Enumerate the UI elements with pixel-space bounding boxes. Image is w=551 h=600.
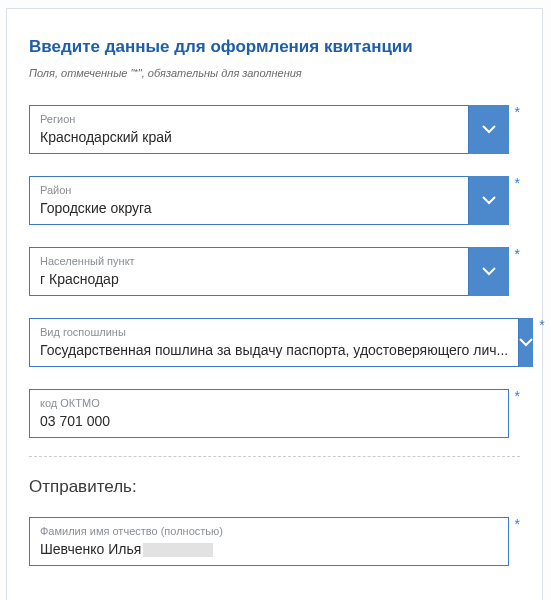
district-value: Городские округа [40,200,458,216]
locality-label: Населенный пункт [40,255,458,267]
required-mark: * [539,318,544,367]
oktmo-value: 03 701 000 [40,413,498,429]
form-title: Введите данные для оформления квитанции [29,37,520,57]
chevron-down-icon [482,196,496,205]
fullname-label: Фамилия имя отчество (полностью) [40,525,498,537]
oktmo-field[interactable]: код ОКТМО 03 701 000 * [29,389,520,438]
locality-box[interactable]: Населенный пункт г Краснодар [29,247,469,296]
duty-type-value: Государственная пошлина за выдачу паспор… [40,342,508,358]
chevron-down-icon [519,338,533,347]
district-label: Район [40,184,458,196]
duty-type-box[interactable]: Вид госпошлины Государственная пошлина з… [29,318,519,367]
required-note: Поля, отмеченные "*", обязательны для за… [29,67,520,79]
receipt-form-panel: Введите данные для оформления квитанции … [6,8,543,600]
redacted-text [143,543,213,557]
required-mark: * [515,247,520,296]
oktmo-box[interactable]: код ОКТМО 03 701 000 [29,389,509,438]
locality-dropdown-button[interactable] [469,247,509,296]
district-dropdown-button[interactable] [469,176,509,225]
locality-field[interactable]: Населенный пункт г Краснодар * [29,247,520,296]
required-mark: * [515,517,520,566]
chevron-down-icon [482,267,496,276]
fullname-value: Шевченко Илья [40,541,498,557]
duty-type-label: Вид госпошлины [40,326,508,338]
duty-type-dropdown-button[interactable] [519,318,533,367]
duty-type-field[interactable]: Вид госпошлины Государственная пошлина з… [29,318,520,367]
required-mark: * [515,176,520,225]
fullname-field[interactable]: Фамилия имя отчество (полностью) Шевченк… [29,517,520,566]
region-label: Регион [40,113,458,125]
required-mark: * [515,389,520,438]
region-box[interactable]: Регион Краснодарский край [29,105,469,154]
region-value: Краснодарский край [40,129,458,145]
locality-value: г Краснодар [40,271,458,287]
required-mark: * [515,105,520,154]
region-dropdown-button[interactable] [469,105,509,154]
region-field[interactable]: Регион Краснодарский край * [29,105,520,154]
district-box[interactable]: Район Городские округа [29,176,469,225]
sender-heading: Отправитель: [29,477,520,497]
fullname-box[interactable]: Фамилия имя отчество (полностью) Шевченк… [29,517,509,566]
chevron-down-icon [482,125,496,134]
section-divider [29,456,520,457]
district-field[interactable]: Район Городские округа * [29,176,520,225]
oktmo-label: код ОКТМО [40,397,498,409]
